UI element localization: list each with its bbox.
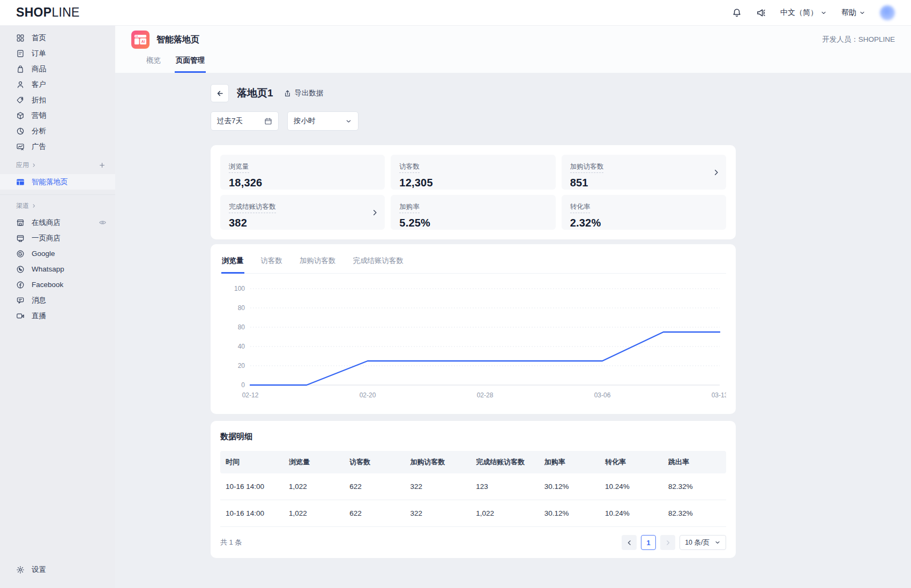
- chevron-right-icon[interactable]: [712, 168, 720, 176]
- sidebar-item-live[interactable]: 直播: [0, 308, 115, 323]
- svg-text:80: 80: [238, 323, 245, 331]
- sidebar-item-discounts[interactable]: 折扣: [0, 92, 115, 108]
- eye-icon[interactable]: [99, 218, 107, 227]
- stat-value: 12,305: [399, 177, 547, 189]
- sidebar-nav: 首页 订单 商品 客户 折扣 营销: [0, 30, 115, 555]
- megaphone-icon[interactable]: [756, 8, 766, 18]
- sidebar-item-home[interactable]: 首页: [0, 30, 115, 46]
- logo-light: LINE: [51, 5, 79, 20]
- sidebar-item-label: 在线商店: [32, 218, 61, 228]
- cell-visitors: 622: [344, 473, 405, 500]
- stat-value: 18,326: [229, 177, 376, 189]
- sidebar-item-marketing[interactable]: 营销: [0, 108, 115, 123]
- page-number-button[interactable]: 1: [641, 535, 656, 550]
- stat-tile-visitors: 访客数 12,305: [391, 155, 555, 190]
- sidebar-item-messages[interactable]: 消息: [0, 292, 115, 308]
- tab-overview[interactable]: 概览: [145, 54, 162, 73]
- language-select[interactable]: 中文（简）: [780, 8, 827, 18]
- sidebar-item-facebook[interactable]: Facebook: [0, 277, 115, 292]
- app-title: 智能落地页: [156, 34, 199, 46]
- table-row: 10-16 14:00 1,022 622 322 1,022 30.12% 1…: [220, 500, 726, 527]
- stats-card: 浏览量 18,326 访客数 12,305 加购访客数 851: [211, 145, 736, 239]
- cell-add-to-cart-visitors: 322: [405, 500, 471, 527]
- tag-icon: [16, 96, 25, 104]
- cell-pageviews: 1,022: [283, 500, 344, 527]
- svg-text:0: 0: [241, 381, 245, 389]
- column-header: 访客数: [344, 451, 405, 473]
- bell-icon[interactable]: [732, 8, 742, 18]
- sidebar-item-ads[interactable]: 广告: [0, 139, 115, 154]
- column-header: 加购率: [539, 451, 600, 473]
- sidebar-section-channels[interactable]: 渠道: [0, 195, 115, 215]
- monitor-chart-icon: [16, 142, 25, 151]
- chevron-right-icon: [664, 539, 671, 546]
- video-camera-icon: [16, 312, 25, 320]
- apps-section-label: 应用: [16, 161, 29, 170]
- chat-icon: [16, 296, 25, 305]
- stat-label: 加购率: [399, 202, 420, 213]
- sidebar-item-orders[interactable]: 订单: [0, 46, 115, 61]
- sidebar-item-settings[interactable]: 设置: [0, 555, 115, 588]
- storefront-icon: [16, 218, 25, 227]
- app-header: AI 智能落地页 开发人员：SHOPLINE 概览 页面管理: [115, 26, 911, 73]
- avatar[interactable]: [880, 5, 895, 20]
- chevron-down-icon: [714, 539, 721, 546]
- svg-text:02-20: 02-20: [360, 391, 376, 399]
- sidebar-item-one-page-store[interactable]: 一页商店: [0, 230, 115, 246]
- order-icon: [16, 49, 25, 58]
- date-range-picker[interactable]: 过去7天: [211, 111, 279, 131]
- developer-label: 开发人员：SHOPLINE: [822, 35, 895, 44]
- chart-metric-tabs: 浏览量 访客数 加购访客数 完成结账访客数: [220, 255, 726, 274]
- chart-tab-add-to-cart-visitors[interactable]: 加购访客数: [299, 255, 337, 274]
- sidebar-item-analytics[interactable]: 分析: [0, 123, 115, 139]
- stat-tile-add-to-cart-visitors: 加购访客数 851: [562, 155, 726, 190]
- sidebar-item-label: Facebook: [32, 281, 63, 289]
- chevron-right-icon[interactable]: [371, 208, 379, 216]
- back-button[interactable]: [211, 84, 229, 102]
- stat-value: 851: [570, 177, 718, 189]
- bag-icon: [16, 65, 25, 73]
- prev-page-button[interactable]: [622, 535, 637, 550]
- stat-label: 加购访客数: [570, 162, 604, 173]
- app-tabs: 概览 页面管理: [115, 54, 911, 73]
- granularity-select[interactable]: 按小时: [287, 111, 359, 131]
- stat-tile-add-to-cart-rate: 加购率 5.25%: [391, 195, 555, 230]
- chart-tab-pageviews[interactable]: 浏览量: [221, 255, 244, 274]
- stat-label: 完成结账访客数: [229, 202, 276, 213]
- landing-page-icon: [16, 178, 25, 186]
- sidebar-item-products[interactable]: 商品: [0, 61, 115, 77]
- line-chart: 10080804020002-1202-2002-2803-0603-13: [220, 279, 726, 408]
- export-data-button[interactable]: 导出数据: [283, 88, 324, 98]
- sidebar-item-whatsapp[interactable]: Whatsapp: [0, 261, 115, 277]
- sidebar-item-smart-landing-page[interactable]: 智能落地页: [0, 174, 115, 190]
- export-icon: [283, 89, 292, 97]
- chevron-right-icon: [32, 163, 36, 168]
- page-size-select[interactable]: 10 条/页: [679, 535, 726, 550]
- help-menu[interactable]: 帮助: [841, 8, 865, 18]
- data-detail-card: 数据明细 时间 浏览量 访客数 加购访客数 完成结账访客数 加购率 转化: [211, 421, 736, 558]
- cube-icon: [16, 111, 25, 120]
- stat-label: 浏览量: [229, 162, 249, 173]
- chart-tab-visitors[interactable]: 访客数: [260, 255, 283, 274]
- sidebar-item-google[interactable]: Google: [0, 246, 115, 261]
- gear-icon: [16, 566, 25, 574]
- cell-pageviews: 1,022: [283, 473, 344, 500]
- sidebar-item-label: 一页商店: [32, 233, 61, 243]
- stat-tile-checkout-visitors: 完成结账访客数 382: [220, 195, 385, 230]
- next-page-button[interactable]: [660, 535, 675, 550]
- svg-text:02-28: 02-28: [477, 391, 494, 399]
- sidebar: 首页 订单 商品 客户 折扣 营销: [0, 26, 115, 588]
- one-page-store-icon: [16, 234, 25, 243]
- sidebar-item-label: 订单: [32, 49, 46, 58]
- plus-icon[interactable]: [99, 162, 106, 169]
- column-header: 跳出率: [663, 451, 726, 473]
- sidebar-item-customers[interactable]: 客户: [0, 77, 115, 92]
- tab-page-management[interactable]: 页面管理: [175, 54, 206, 73]
- chart-tab-checkout-visitors[interactable]: 完成结账访客数: [353, 255, 405, 274]
- sidebar-item-online-store[interactable]: 在线商店: [0, 215, 115, 230]
- language-label: 中文（简）: [780, 8, 818, 18]
- chart-card: 浏览量 访客数 加购访客数 完成结账访客数 10080804020002-120…: [211, 244, 736, 414]
- cell-checkout-visitors: 123: [471, 473, 539, 500]
- sidebar-item-label: 分析: [32, 126, 46, 136]
- sidebar-section-apps[interactable]: 应用: [0, 154, 115, 174]
